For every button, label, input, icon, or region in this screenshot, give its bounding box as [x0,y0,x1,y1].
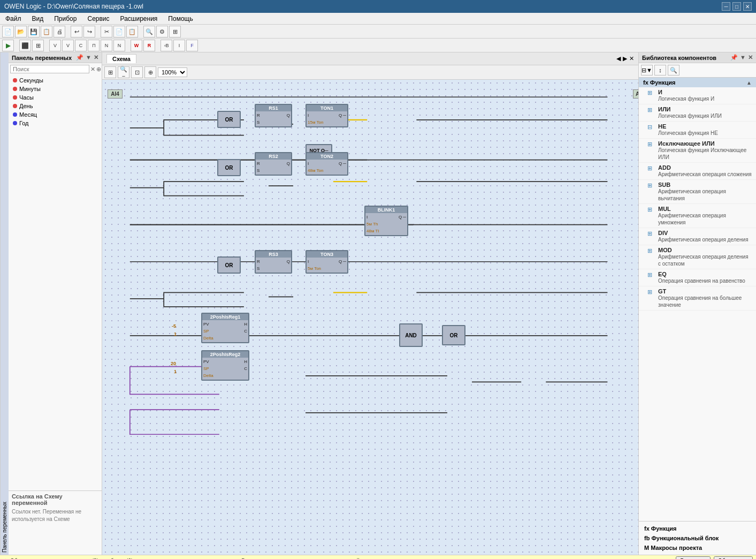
undo-button[interactable]: ↩ [71,26,82,37]
lib-item-eq[interactable]: ⊞ EQ Операция сравнения на равенство [639,269,756,286]
zoom-in-button[interactable]: 🔍 [143,26,155,37]
lib-search-btn[interactable]: 🔍 [668,65,679,75]
connect-button[interactable]: ⬛ [19,40,31,51]
save-as-button[interactable]: 📋 [41,26,52,37]
close-button[interactable]: ✕ [743,2,752,11]
marker-i1-button[interactable]: I [173,40,185,51]
menu-view[interactable]: Вид [29,14,47,24]
schema-tab[interactable]: Схема [106,54,136,63]
zoom-100-btn[interactable]: ⊕ [144,66,156,78]
var-c-button[interactable]: C [75,40,87,51]
panel-close-icon[interactable]: ✕ [94,54,98,61]
panel-menu-icon[interactable]: ▼ [86,54,91,61]
run-button[interactable]: ▶ [2,40,14,51]
copy-button[interactable]: 📄 [113,26,125,37]
redo-button[interactable]: ↪ [83,26,95,37]
search-clear-button[interactable]: ✕ [90,65,95,73]
list-item[interactable]: Секунды [9,76,102,85]
list-item[interactable]: Год [9,119,102,127]
or-block-4[interactable]: OR [442,325,465,345]
lib-pin-icon[interactable]: 📌 [730,54,738,61]
lib-item-xor[interactable]: ⊞ Исключающее ИЛИ Логическая функция Иск… [639,139,756,163]
var-n1-button[interactable]: N [101,40,112,51]
var-b-button[interactable]: ⊓ [88,40,100,51]
ton1-block[interactable]: TON1 I 15м Ton Q ─ [306,104,348,127]
or-block-2[interactable]: OR [217,159,241,176]
lib-close-icon[interactable]: ✕ [748,54,753,61]
lib-view-btn[interactable]: ⊟▼ [641,65,653,75]
blink1-block[interactable]: BLINK1 I 5м Th 48м Tl Q ─ [364,206,408,236]
function-section-header[interactable]: fx Функция ▲ [639,78,756,87]
new-button[interactable]: 📄 [2,26,14,37]
footer-fx-item[interactable]: fx Функция [642,524,753,533]
and-block[interactable]: AND [399,323,423,347]
schema-area: Схема ◀ ▶ ✕ ⊞ 🔍− ⊡ ⊕ 100% 75% 50% 125% 1… [102,52,638,555]
footer-m-item[interactable]: M Макросы проекта [642,543,753,553]
var-v1-button[interactable]: V [49,40,61,51]
schema-nav-next[interactable]: ▶ [623,55,627,62]
grid2-button[interactable]: ⊞ [32,40,44,51]
cut-button[interactable]: ✂ [101,26,112,37]
split-button[interactable]: Разделить [676,556,710,559]
lib-item-gt[interactable]: ⊞ GT Операция сравнения на большее значе… [639,286,756,311]
footer-fb-item[interactable]: fb Функциональный блок [642,533,753,543]
schema-close[interactable]: ✕ [629,55,634,62]
grid-toggle[interactable]: ⊞ [104,66,116,78]
schema-canvas[interactable]: I1 I2 I3 I4 I5 I6 I7 I8 AI1 AI2 AI3 AI4 … [102,80,638,555]
lib-item-or[interactable]: ⊞ ИЛИ Логическая функция ИЛИ [639,104,756,122]
zoom-select[interactable]: 100% 75% 50% 125% 150% [158,67,187,77]
paste-button[interactable]: 📋 [126,26,138,37]
rs3-block[interactable]: RS3 R S Q [255,250,292,274]
menu-file[interactable]: Файл [2,14,25,24]
pin-icon[interactable]: 📌 [76,54,83,61]
print-button[interactable]: 🖨 [54,26,65,37]
wire-r-button[interactable]: R [143,40,155,51]
marker-f1-button[interactable]: F [186,40,198,51]
or-block-1[interactable]: OR [217,111,241,128]
var-v2-button[interactable]: V [62,40,74,51]
maximize-button[interactable]: □ [732,2,741,11]
schema-nav-prev[interactable]: ◀ [616,55,621,62]
or-block-3[interactable]: OR [217,256,241,274]
lib-xor-desc: Логическая функция Исключающее ИЛИ [658,147,752,161]
lib-header-controls: 📌 ▼ ✕ [730,54,753,61]
list-item[interactable]: Минуты [9,85,102,93]
marker-b1-button[interactable]: ▫B [161,40,172,51]
2poshisreg2-block[interactable]: 2PoshIsReg2 PV SP Delta H C [201,350,249,381]
menu-service[interactable]: Сервис [84,14,112,24]
add-var-button[interactable]: ⊕ [96,65,101,73]
rs2-block[interactable]: RS2 R S Q [255,152,292,176]
lib-menu-icon[interactable]: ▼ [740,54,746,61]
merge-button[interactable]: Объединить [714,556,753,559]
2poshisreg1-block[interactable]: 2PoshIsReg1 PV SP Delta H C [201,313,249,343]
rs1-block[interactable]: RS1 R S Q [255,104,292,127]
menu-bar: Файл Вид Прибор Сервис Расширения Помощь [0,13,756,25]
menu-help[interactable]: Помощь [165,14,196,24]
zoom-out-btn[interactable]: 🔍− [118,66,129,78]
var-n2-button[interactable]: N [113,40,125,51]
list-item[interactable]: Месяц [9,110,102,119]
list-item[interactable]: Часы [9,93,102,102]
settings-button[interactable]: ⚙ [156,26,168,37]
lib-item-sub[interactable]: ⊞ SUB Арифметическая операция вычитания [639,180,756,204]
list-item[interactable]: День [9,102,102,110]
menu-device[interactable]: Прибор [51,14,80,24]
lib-item-and[interactable]: ⊞ И Логическая функция И [639,87,756,104]
save-button[interactable]: 💾 [28,26,40,37]
lib-item-mul[interactable]: ⊞ MUL Арифметическая операция умножения [639,204,756,228]
wire-w-button[interactable]: W [131,40,142,51]
lib-sort-btn[interactable]: ↕ [654,65,666,75]
ton3-block[interactable]: TON3 I 5м Ton Q ─ [306,250,348,274]
open-button[interactable]: 📂 [15,26,27,37]
variables-tab[interactable]: Панель переменных [0,52,9,555]
lib-item-add[interactable]: ⊞ ADD Арифметическая операция сложения [639,163,756,180]
zoom-fit-btn[interactable]: ⊡ [131,66,143,78]
grid-button[interactable]: ⊞ [169,26,181,37]
ton2-block[interactable]: TON2 I 48м Ton Q ─ [306,152,348,176]
search-input[interactable] [10,65,89,73]
menu-extensions[interactable]: Расширения [117,14,161,24]
minimize-button[interactable]: ─ [722,2,730,11]
lib-item-not[interactable]: ⊟ НЕ Логическая функция НЕ [639,122,756,139]
lib-item-mod[interactable]: ⊞ MOD Арифметическая операция деления с … [639,245,756,269]
lib-item-div[interactable]: ⊞ DIV Арифметическая операция деления [639,228,756,245]
